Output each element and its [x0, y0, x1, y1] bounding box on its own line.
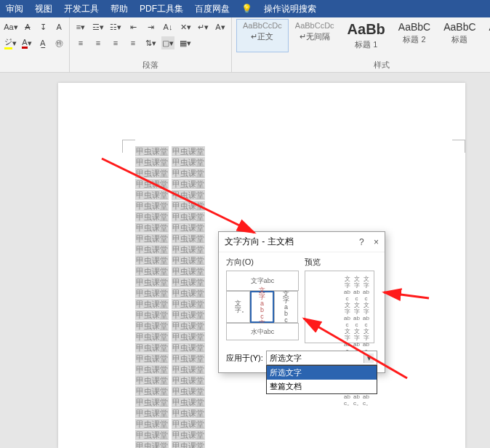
enclose-btn[interactable]: ㊕	[53, 36, 65, 49]
shading-btn[interactable]: ▢▾	[161, 36, 174, 49]
margin-corner-tl	[122, 140, 135, 153]
sub-btn[interactable]: ↧	[38, 20, 49, 33]
borders-btn[interactable]: ▦▾	[179, 36, 192, 49]
menu-view[interactable]: 视图	[35, 3, 52, 15]
text-direction-dialog: 文字方向 - 主文档 ? × 方向(O) 文字abc 文字。 文字abc文 文字…	[218, 231, 385, 373]
page-area: 甲虫课堂 甲虫课堂甲虫课堂 甲虫课堂甲虫课堂 甲虫课堂甲虫课堂 甲虫课堂甲虫课堂…	[0, 73, 490, 448]
align-dist-btn[interactable]: A▾	[214, 20, 227, 33]
align-center-btn[interactable]: ≡	[92, 36, 105, 49]
indent-inc-btn[interactable]: ⇥	[144, 20, 157, 33]
font-group-label	[4, 71, 65, 72]
styles-group: AaBbCcDc↵正文 AaBbCcDc↵无间隔 AaBb标题 1 AaBbC标…	[232, 17, 490, 72]
preview-label: 预览	[305, 257, 374, 268]
paragraph-label: 段落	[74, 60, 227, 72]
apply-to-dropdown: 所选文字 整篇文档	[266, 365, 377, 394]
align-right-btn[interactable]: ≡	[109, 36, 122, 49]
menu-review[interactable]: 审阅	[6, 3, 23, 15]
search-icon: 💡	[241, 4, 252, 14]
highlight-btn[interactable]: ジ▾	[4, 36, 17, 49]
numbering-btn[interactable]: ☲▾	[92, 20, 105, 33]
style-normal[interactable]: AaBbCcDc↵正文	[236, 19, 289, 52]
styles-gallery[interactable]: AaBbCcDc↵正文 AaBbCcDc↵无间隔 AaBb标题 1 AaBbC标…	[236, 19, 490, 52]
asian-layout-btn[interactable]: ✕▾	[179, 20, 192, 33]
search-hint[interactable]: 操作说明搜索	[264, 3, 316, 15]
ribbon: Aa▾ A ↧ A ジ▾ A▾ A̲ ㊕ ≡▾ ☲▾ ☷▾ ⇤ ⇥ A↓ ✕	[0, 17, 490, 73]
show-marks-btn[interactable]: ↵▾	[196, 20, 209, 33]
char-border-btn[interactable]: A̲	[37, 36, 49, 49]
orientation-label: 方向(O)	[226, 257, 299, 268]
orient-option-bottom[interactable]: 水中abc	[226, 323, 299, 340]
orient-option-vert2[interactable]: 文字abc文	[250, 291, 274, 323]
text-effects-btn[interactable]: A	[53, 20, 65, 33]
dialog-help-btn[interactable]: ?	[359, 237, 364, 247]
preview-box: 文字abc文字abc文字abc文字abc文字abc。 文字abc文字abc文字a…	[305, 271, 374, 343]
orient-option-vert1[interactable]: 文字。	[226, 291, 250, 323]
font-color-btn[interactable]: A▾	[21, 36, 33, 49]
style-title[interactable]: AaBbC标题	[437, 19, 482, 52]
style-nospacing[interactable]: AaBbCcDc↵无间隔	[289, 19, 341, 52]
align-justify-btn[interactable]: ≡	[126, 36, 140, 49]
line-spacing-btn[interactable]: ⇅▾	[144, 36, 157, 49]
bullets-btn[interactable]: ≡▾	[74, 20, 87, 33]
menu-pdf[interactable]: PDF工具集	[140, 3, 183, 15]
combo-value: 所选文字	[270, 353, 302, 364]
orientation-grid: 文字abc 文字。 文字abc文 文字abc 水中abc	[226, 271, 299, 340]
dialog-titlebar[interactable]: 文字方向 - 主文档 ? ×	[219, 232, 385, 252]
style-heading2[interactable]: AaBbC标题 2	[392, 19, 437, 52]
orient-option-vert3[interactable]: 文字abc	[274, 291, 298, 323]
strike-btn[interactable]: A	[22, 20, 33, 33]
style-heading1[interactable]: AaBb标题 1	[341, 19, 392, 52]
styles-label: 样式	[236, 60, 490, 72]
font-group: Aa▾ A ↧ A ジ▾ A▾ A̲ ㊕	[0, 17, 70, 72]
sort-btn[interactable]: A↓	[161, 20, 174, 33]
dialog-title-text: 文字方向 - 主文档	[225, 236, 294, 248]
paragraph-group: ≡▾ ☲▾ ☷▾ ⇤ ⇥ A↓ ✕▾ ↵▾ A▾ ≡ ≡ ≡ ≡ ⇅▾ ▢▾ ▦…	[70, 17, 232, 72]
margin-corner-tr	[452, 140, 465, 153]
chevron-down-icon[interactable]: ▾	[364, 353, 374, 363]
style-subtitle[interactable]: AaBbC副标题	[483, 19, 490, 52]
indent-dec-btn[interactable]: ⇤	[126, 20, 140, 33]
selected-text-block[interactable]: 甲虫课堂 甲虫课堂甲虫课堂 甲虫课堂甲虫课堂 甲虫课堂甲虫课堂 甲虫课堂甲虫课堂…	[135, 145, 215, 444]
apply-to-label: 应用于(Y):	[226, 353, 263, 364]
menu-help[interactable]: 帮助	[111, 3, 128, 15]
menu-baidu[interactable]: 百度网盘	[195, 3, 230, 15]
option-selected-text[interactable]: 所选文字	[267, 366, 377, 380]
align-left-btn[interactable]: ≡	[74, 36, 87, 49]
dialog-close-btn[interactable]: ×	[374, 237, 379, 247]
multilevel-btn[interactable]: ☷▾	[109, 20, 122, 33]
apply-to-combo[interactable]: 所选文字 ▾ 所选文字 整篇文档	[266, 351, 377, 365]
menu-dev[interactable]: 开发工具	[64, 3, 99, 15]
font-size-btn[interactable]: Aa▾	[4, 20, 17, 33]
menubar: 审阅 视图 开发工具 帮助 PDF工具集 百度网盘 💡 操作说明搜索	[0, 0, 490, 17]
option-whole-doc[interactable]: 整篇文档	[267, 380, 377, 393]
